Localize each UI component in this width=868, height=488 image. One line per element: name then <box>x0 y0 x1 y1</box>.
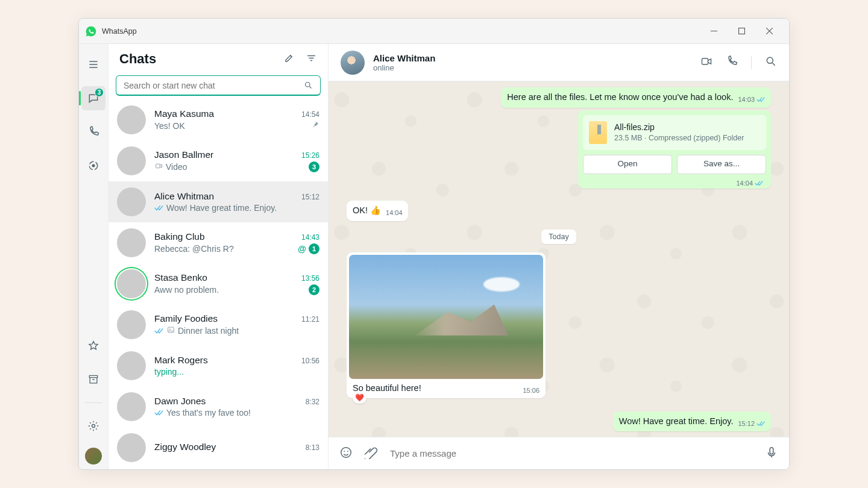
chat-avatar <box>117 105 146 134</box>
video-call-button[interactable] <box>700 55 712 70</box>
pin-icon <box>311 120 319 131</box>
chat-avatar <box>117 351 146 380</box>
nav-settings-button[interactable] <box>81 414 105 438</box>
message-reaction[interactable]: ❤️ <box>353 392 366 403</box>
chat-list-item[interactable]: Ziggy Woodley8:13 <box>108 427 328 468</box>
messages-area[interactable]: Here are all the files. Let me know once… <box>329 81 789 437</box>
window-maximize-button[interactable] <box>728 22 755 41</box>
whatsapp-logo-icon <box>85 25 97 37</box>
message-file-out[interactable]: All-files.zip 23.5 MB · Compressed (zipp… <box>578 110 771 189</box>
conversation-header[interactable]: Alice Whitman online <box>329 44 789 81</box>
chat-time: 8:13 <box>306 443 319 452</box>
chat-list-item[interactable]: Jason Ballmer15:26Video3 <box>108 140 328 181</box>
message-input[interactable] <box>390 448 753 458</box>
window-minimize-button[interactable] <box>700 22 728 41</box>
message-out[interactable]: Wow! Have great time. Enjoy. 15:12 <box>613 411 771 432</box>
nav-profile-avatar[interactable] <box>85 448 102 465</box>
chat-preview: Yes that's my fave too! <box>166 408 319 418</box>
chat-avatar <box>117 228 146 257</box>
contact-name: Alice Whitman <box>373 53 435 63</box>
chat-time: 15:12 <box>301 193 319 201</box>
chat-avatar <box>117 146 146 175</box>
chat-time: 11:21 <box>301 315 319 324</box>
voice-call-button[interactable] <box>726 55 738 70</box>
nav-menu-button[interactable] <box>81 52 105 77</box>
video-icon <box>154 161 163 172</box>
emoji-button[interactable] <box>339 446 353 461</box>
message-out[interactable]: Here are all the files. Let me know once… <box>501 87 771 108</box>
message-image-in[interactable]: So beautiful here! 15:06 ❤️ <box>347 252 546 398</box>
read-ticks-icon <box>154 408 164 417</box>
chat-preview: Dinner last night <box>178 326 319 336</box>
chat-list-item[interactable]: Stasa Benko13:56Aww no problem.2 <box>108 263 328 304</box>
chat-name: Mark Rogers <box>154 355 208 366</box>
nav-status-button[interactable] <box>81 154 105 178</box>
chat-name: Ziggy Woodley <box>154 442 216 452</box>
chat-avatar <box>117 187 146 216</box>
chat-list-item[interactable]: Mark Rogers10:56typing... <box>108 345 328 386</box>
chat-avatar <box>117 269 146 298</box>
chat-list-item[interactable]: Baking Club14:43Rebecca: @Chris R?@1 <box>108 222 328 263</box>
file-open-button[interactable]: Open <box>583 155 672 174</box>
unread-badge: 2 <box>309 284 319 295</box>
chat-preview: typing... <box>154 367 319 377</box>
filter-button[interactable] <box>306 52 317 66</box>
chat-preview: Video <box>166 162 306 172</box>
app-title: WhatsApp <box>102 27 137 36</box>
chat-avatar <box>117 392 146 421</box>
read-ticks-icon <box>756 96 766 103</box>
conversation-pane: Alice Whitman online Here are all the fi… <box>329 44 789 469</box>
composer <box>329 437 789 469</box>
read-ticks-icon <box>154 327 164 335</box>
nav-archive-button[interactable] <box>81 368 105 392</box>
attach-button[interactable] <box>365 446 378 461</box>
zip-file-icon <box>589 121 607 144</box>
file-details: 23.5 MB · Compressed (zipped) Folder <box>614 133 744 143</box>
chat-time: 13:56 <box>301 274 319 283</box>
chat-name: Dawn Jones <box>154 396 206 407</box>
file-name: All-files.zip <box>614 122 744 133</box>
chat-time: 10:56 <box>301 357 319 365</box>
chat-time: 15:26 <box>301 151 319 160</box>
nav-rail: 3 <box>79 44 108 469</box>
nav-divider <box>85 402 102 403</box>
chat-name: Family Foodies <box>154 313 218 324</box>
message-photo[interactable] <box>349 255 543 379</box>
mic-button[interactable] <box>765 446 778 461</box>
unread-badge: 1 <box>309 243 319 254</box>
nav-starred-button[interactable] <box>81 334 105 358</box>
app-window: WhatsApp 3 Chats <box>78 18 790 470</box>
date-divider: Today <box>541 230 576 244</box>
window-close-button[interactable] <box>755 22 783 41</box>
file-saveas-button[interactable]: Save as... <box>677 155 766 174</box>
chat-time: 14:43 <box>301 233 319 242</box>
search-field[interactable] <box>116 75 321 96</box>
chat-list-item[interactable]: Dawn Jones8:32Yes that's my fave too! <box>108 386 328 427</box>
search-in-chat-button[interactable] <box>765 55 777 70</box>
chat-preview: Aww no problem. <box>154 285 306 295</box>
contact-avatar[interactable] <box>341 51 365 75</box>
new-chat-button[interactable] <box>283 52 295 66</box>
chat-list-item[interactable]: Maya Kasuma14:54Yes! OK <box>108 99 328 140</box>
nav-calls-button[interactable] <box>81 120 105 144</box>
chat-name: Baking Club <box>154 231 205 242</box>
chat-preview: Rebecca: @Chris R? <box>154 244 295 254</box>
chat-name: Alice Whitman <box>154 191 214 202</box>
read-ticks-icon <box>755 180 764 187</box>
chat-preview: Wow! Have great time. Enjoy. <box>166 203 319 213</box>
image-icon <box>166 325 175 336</box>
chat-time: 14:54 <box>301 110 319 119</box>
chat-name: Stasa Benko <box>154 272 207 283</box>
read-ticks-icon <box>756 420 766 427</box>
titlebar: WhatsApp <box>79 19 789 44</box>
chat-time: 8:32 <box>306 398 319 406</box>
chat-list-pane: Chats Maya Kasuma14:54Yes! OKJason Ballm… <box>108 44 329 469</box>
chat-list-item[interactable]: Alice Whitman15:12Wow! Have great time. … <box>108 181 328 222</box>
chat-list-item[interactable]: Family Foodies11:21Dinner last night <box>108 304 328 345</box>
nav-chats-button[interactable]: 3 <box>81 86 105 110</box>
chat-list[interactable]: Maya Kasuma14:54Yes! OKJason Ballmer15:2… <box>108 99 328 469</box>
message-in[interactable]: OK! 👍 14:04 <box>347 201 408 221</box>
mention-icon: @ <box>298 244 306 254</box>
search-icon <box>304 81 313 90</box>
search-input[interactable] <box>124 81 299 90</box>
